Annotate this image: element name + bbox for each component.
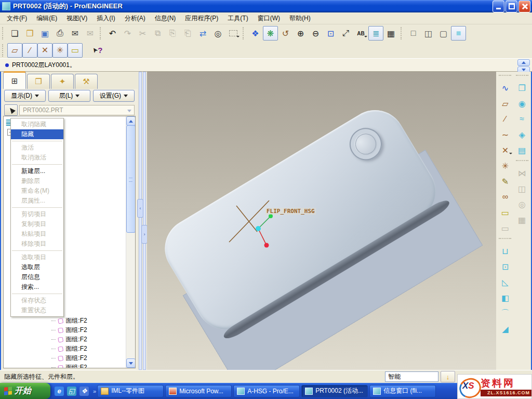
datum-curve-button[interactable]: ∼ [498, 127, 512, 142]
task-iml-folder[interactable]: IML--零件图 [97, 385, 164, 397]
cm-hide[interactable]: 隐藏 [11, 129, 63, 139]
quilt-surface-button[interactable]: ▤ [515, 142, 529, 158]
menu-view[interactable]: 视图(V) [62, 13, 92, 24]
scroll-up-button[interactable] [126, 116, 136, 126]
menu-help[interactable]: 帮助(H) [285, 13, 315, 24]
pattern-button[interactable]: ▦ [515, 212, 529, 228]
graphics-viewport[interactable]: FLIP_FRONT_HSG [147, 72, 496, 370]
menu-info[interactable]: 信息(N) [150, 13, 181, 24]
menu-file[interactable]: 文件(F) [2, 13, 32, 24]
repaint-button[interactable]: ❖ [248, 26, 263, 41]
scroll-thumb[interactable] [126, 125, 136, 233]
show-dropdown[interactable]: 显示(D) [4, 90, 46, 102]
task-ahsg-proe[interactable]: A-HSG - Pro/E... [233, 385, 300, 397]
orient-mode-button[interactable]: ↺ [278, 26, 293, 41]
paste-button[interactable]: ⎘ [165, 26, 180, 41]
select-box-button[interactable] [225, 26, 241, 41]
datum-plane-button[interactable]: ▱ [498, 96, 512, 111]
collapse-left-button[interactable]: ‹ [137, 199, 143, 218]
tab-favorites[interactable]: ✦ [51, 74, 74, 89]
annotations-toggle[interactable]: ▭ [68, 43, 83, 58]
send-email-button[interactable]: ✉ [68, 26, 83, 41]
menu-analysis[interactable]: 分析(A) [120, 13, 150, 24]
tree-item-quilt[interactable]: ▢面组:F2 [4, 335, 126, 344]
menu-window[interactable]: 窗口(W) [253, 13, 285, 24]
splitter-bar[interactable] [139, 72, 142, 370]
no-hidden-button[interactable]: ▢ [436, 26, 451, 41]
extrude-button[interactable]: ❐ [515, 80, 529, 96]
tab-model-tree[interactable]: ⊞ [3, 71, 26, 89]
wireframe-button[interactable]: □ [406, 26, 421, 41]
round-button[interactable]: ⌒ [498, 305, 512, 321]
zoom-out-button[interactable]: ⊖ [308, 26, 323, 41]
menu-applications[interactable]: 应用程序(P) [180, 13, 223, 24]
find-button[interactable]: ◎ [210, 26, 225, 41]
new-file-button[interactable]: ❏ [7, 26, 22, 41]
close-button[interactable] [518, 1, 530, 12]
datum-axis-button[interactable]: ∕ [498, 111, 512, 127]
style-tool-button[interactable]: ∿ [498, 80, 512, 96]
menu-insert[interactable]: 插入(I) [92, 13, 119, 24]
model-selector-combo[interactable]: PRT0002.PRT [19, 105, 135, 115]
hole-button[interactable]: ⊔ [498, 243, 512, 259]
ie-quicklaunch-icon[interactable]: e [55, 387, 64, 396]
minimize-button[interactable] [493, 1, 504, 12]
splitter-bar[interactable] [143, 72, 146, 370]
menu-tools[interactable]: 工具(T) [223, 13, 252, 24]
datum-planes-toggle[interactable]: ▱ [7, 43, 22, 58]
hidden-line-button[interactable]: ◫ [421, 26, 436, 41]
paste-special-button[interactable]: ⎗ [180, 26, 195, 41]
message-scroll-up-button[interactable] [517, 59, 530, 66]
merge-button[interactable]: ⋈ [515, 165, 529, 181]
tree-item-quilt[interactable]: ▢面组:F2 [4, 363, 126, 368]
sketch-button[interactable]: ✎ [498, 174, 512, 189]
shaded-button[interactable]: ■ [451, 26, 466, 41]
task-prt0002[interactable]: PRT0002 (活动... [301, 385, 368, 397]
boundary-blend-button[interactable]: ◈ [515, 127, 529, 142]
regenerate-button[interactable]: ⇄ [195, 26, 210, 41]
zoom-in-button[interactable]: ⊕ [293, 26, 308, 41]
selection-filter-combo[interactable]: 智能 [385, 371, 438, 382]
restore-button[interactable] [506, 1, 517, 12]
panel-splitter[interactable]: ‹ › [138, 72, 147, 370]
cm-new-layer[interactable]: 新建层... [11, 166, 63, 176]
view-manager-button[interactable]: ▦ [383, 26, 398, 41]
cut-button[interactable]: ✂ [135, 26, 150, 41]
tab-folder-browser[interactable]: ❐ [27, 74, 50, 89]
cm-select-layer[interactable]: 选取层 [11, 262, 63, 272]
browser-quicklaunch-icon[interactable]: ❖ [79, 387, 89, 396]
datum-axes-toggle[interactable]: ∕ [22, 43, 37, 58]
tree-item-quilt[interactable]: ▢面组:F2 [4, 344, 126, 353]
tree-scrollbar[interactable] [126, 116, 135, 368]
layer-dropdown[interactable]: 层(L) [48, 90, 90, 102]
start-button[interactable]: 开始 [0, 383, 50, 399]
tree-item-quilt[interactable]: ▢面组:F2 [4, 316, 126, 325]
select-tool-button[interactable] [4, 104, 18, 116]
desktop-quicklaunch-icon[interactable]: ◱ [67, 387, 76, 396]
trim-button[interactable]: ◫ [515, 181, 529, 196]
reorient-button[interactable]: ⤢ [338, 26, 353, 41]
csys-marker[interactable] [225, 196, 303, 254]
datum-point-button[interactable]: ✕ [498, 142, 512, 158]
tree-item-quilt[interactable]: ▢面组:F2 [4, 325, 126, 335]
print-button[interactable]: ⎙ [52, 26, 68, 41]
menu-edit[interactable]: 编辑(E) [32, 13, 62, 24]
refit-button[interactable]: ⊡ [323, 26, 338, 41]
link-chain-button[interactable]: ∞ [498, 189, 512, 205]
saved-views-button[interactable]: AB [353, 26, 368, 41]
tab-history[interactable]: ⚒ [75, 74, 98, 89]
settings-dropdown[interactable]: 设置(G) [93, 90, 135, 102]
filter-arrow-button[interactable]: ↓ [441, 371, 455, 382]
save-button[interactable]: ▣ [37, 26, 52, 41]
shell-button[interactable]: ⊡ [498, 259, 512, 274]
task-powerpoint[interactable]: Microsoft Pow... [165, 385, 232, 397]
datum-csys-button[interactable]: ✳ [498, 158, 512, 174]
draft-button[interactable]: ◺ [498, 274, 512, 290]
cm-search[interactable]: 搜索... [11, 282, 63, 292]
tree-item-quilt[interactable]: ▢面组:F2 [4, 353, 126, 363]
open-button[interactable]: ❐ [22, 26, 37, 41]
sweep-button[interactable]: ≈ [515, 111, 529, 127]
copy-button[interactable]: ⧉ [150, 26, 165, 41]
annotation-plane-button[interactable]: ▭ [498, 220, 512, 236]
task-info-window[interactable]: 信息窗口 (fli... [369, 385, 436, 397]
